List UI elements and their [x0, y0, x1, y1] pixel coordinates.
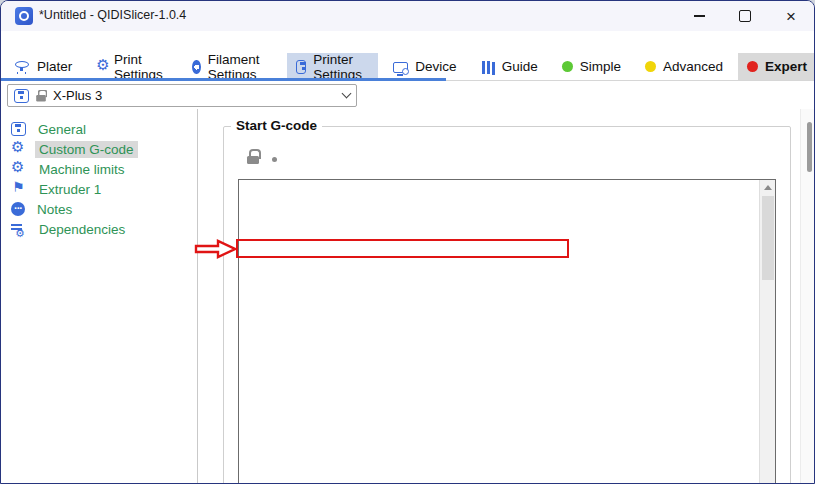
gcode-line [242, 292, 758, 304]
gcode-line [242, 243, 758, 255]
gcode-line [242, 475, 758, 484]
guide-icon [481, 60, 495, 74]
gcode-line [242, 377, 758, 389]
tab-filament-settings[interactable]: Filament Settings [183, 53, 281, 80]
scroll-up-arrow-icon[interactable] [764, 185, 772, 190]
toolbar-icon[interactable] [489, 92, 505, 108]
tab-device[interactable]: Device [384, 53, 465, 80]
gcode-line [242, 206, 758, 218]
toolbar-icon[interactable] [394, 84, 410, 100]
sidebar-item-notes[interactable]: Notes [1, 199, 197, 219]
printer-icon [296, 60, 306, 74]
gcode-text [242, 182, 758, 484]
close-icon[interactable] [768, 1, 814, 31]
window-title: *Untitled - QIDISlicer-1.0.4 [39, 8, 186, 22]
preset-toolbar-row: X-Plus 3 [1, 81, 815, 109]
sidebar-item-machine-limits[interactable]: Machine limits [1, 159, 197, 179]
gear-icon [11, 141, 27, 157]
device-icon [393, 62, 408, 73]
gcode-line [242, 389, 758, 401]
lock-icon [36, 90, 46, 102]
app-logo-icon [15, 7, 33, 25]
gcode-line [242, 340, 758, 352]
gcode-line [242, 194, 758, 206]
gcode-line [242, 414, 758, 426]
gcode-line [242, 365, 758, 377]
maximize-icon[interactable] [722, 1, 768, 31]
sidebar-item-dependencies[interactable]: Dependencies [1, 219, 197, 239]
gcode-line [242, 316, 758, 328]
app-window: *Untitled - QIDISlicer-1.0.4 Plater Prin… [0, 0, 815, 484]
textarea-scrollbar-thumb[interactable] [762, 196, 774, 280]
flag-icon [11, 181, 27, 197]
page-scrollbar[interactable] [800, 109, 815, 484]
gcode-line [242, 182, 758, 194]
tab-advanced[interactable]: Advanced [636, 53, 732, 80]
chevron-down-icon [342, 89, 352, 99]
mode-dot-icon [562, 61, 573, 72]
sidebar-item-custom-g-code[interactable]: Custom G-code [1, 139, 197, 159]
page-scrollbar-thumb[interactable] [807, 122, 812, 172]
tab-printer-settings[interactable]: Printer Settings [287, 53, 378, 80]
titlebar: *Untitled - QIDISlicer-1.0.4 [1, 1, 815, 31]
textarea-scrollbar[interactable] [759, 180, 775, 484]
toolbar-icon[interactable] [465, 86, 481, 102]
gcode-line [242, 267, 758, 279]
toolbar-icon[interactable] [423, 85, 439, 101]
gcode-line [242, 438, 758, 450]
printer-icon [11, 122, 26, 136]
toolbar-icon[interactable] [558, 85, 574, 101]
dependencies-icon [11, 222, 27, 236]
gcode-line [242, 304, 758, 316]
tabbar: Plater Print Settings Filament Settings … [1, 53, 815, 81]
tab-simple[interactable]: Simple [553, 53, 630, 80]
start-gcode-textarea[interactable] [238, 179, 776, 484]
gcode-line [242, 231, 758, 243]
notes-icon [11, 202, 25, 216]
mode-dot-icon [645, 61, 656, 72]
gcode-line [242, 328, 758, 340]
gcode-line [242, 426, 758, 438]
preset-value: X-Plus 3 [53, 88, 337, 103]
mode-dot-icon [747, 61, 758, 72]
gcode-line [242, 450, 758, 462]
tab-plater[interactable]: Plater [5, 53, 81, 80]
tab-print-settings[interactable]: Print Settings [87, 53, 177, 80]
menubar [1, 31, 815, 53]
toolbar-icon[interactable] [529, 85, 545, 101]
gcode-line [242, 255, 758, 267]
minimize-icon[interactable] [676, 1, 722, 31]
plater-icon [14, 59, 30, 74]
sidebar-item-extruder-1[interactable]: Extruder 1 [1, 179, 197, 199]
gear-icon [11, 161, 27, 177]
dot-icon [272, 157, 277, 162]
gcode-line [242, 401, 758, 413]
gcode-line [242, 280, 758, 292]
filament-icon [192, 60, 201, 74]
gear-icon [96, 59, 107, 75]
group-title: Start G-code [231, 118, 322, 133]
gcode-line [242, 462, 758, 474]
tab-expert[interactable]: Expert [738, 53, 815, 80]
gcode-line [242, 219, 758, 231]
lock-icon[interactable] [247, 149, 259, 164]
gcode-line [242, 353, 758, 365]
settings-page-list: General Custom G-code Machine limits Ext… [1, 109, 198, 484]
toolbar-icon[interactable] [1, 81, 17, 97]
printer-preset-select[interactable]: X-Plus 3 [7, 84, 357, 107]
sidebar-item-general[interactable]: General [1, 119, 197, 139]
tab-guide[interactable]: Guide [472, 53, 547, 80]
